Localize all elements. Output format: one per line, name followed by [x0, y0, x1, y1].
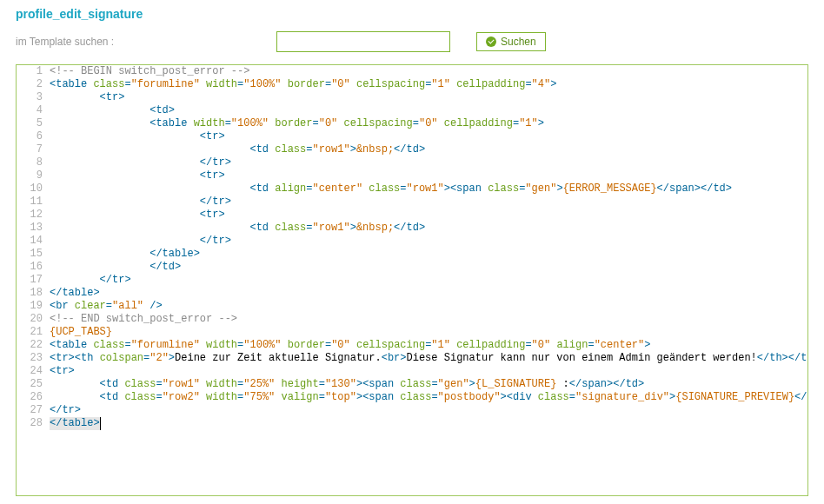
code-content[interactable]: </tr> [50, 196, 231, 209]
code-content[interactable]: {UCP_TABS} [50, 326, 112, 339]
line-number: 5 [17, 117, 50, 130]
code-content[interactable]: <td class="row2" width="75%" valign="top… [50, 391, 807, 404]
line-number: 6 [17, 130, 50, 143]
line-number: 25 [17, 378, 50, 391]
line-number: 2 [17, 78, 50, 91]
line-number: 7 [17, 143, 50, 156]
search-button[interactable]: Suchen [476, 32, 546, 51]
code-line[interactable]: 2<table class="forumline" width="100%" b… [17, 78, 807, 91]
code-content[interactable]: <table class="forumline" width="100%" bo… [50, 339, 650, 352]
code-content[interactable]: <tr><th colspan="2">Deine zur Zeit aktue… [50, 352, 807, 365]
line-number: 4 [17, 104, 50, 117]
line-number: 27 [17, 404, 50, 417]
code-content[interactable]: <table width="100%" border="0" cellspaci… [50, 117, 544, 130]
code-content[interactable]: <!-- BEGIN switch_post_error --> [50, 65, 249, 78]
code-content[interactable]: <br clear="all" /> [50, 300, 163, 313]
code-line[interactable]: 6 <tr> [17, 130, 807, 143]
code-content[interactable]: <table class="forumline" width="100%" bo… [50, 78, 556, 91]
line-number: 22 [17, 339, 50, 352]
check-icon [486, 36, 496, 47]
code-line[interactable]: 19<br clear="all" /> [17, 300, 807, 313]
code-line[interactable]: 21{UCP_TABS} [17, 326, 807, 339]
code-content[interactable]: <tr> [50, 91, 124, 104]
line-number: 16 [17, 261, 50, 274]
code-scroll[interactable]: 1<!-- BEGIN switch_post_error -->2<table… [17, 65, 807, 495]
line-number: 19 [17, 300, 50, 313]
code-content[interactable]: </tr> [50, 156, 231, 169]
code-line[interactable]: 27</tr> [17, 404, 807, 417]
line-number: 18 [17, 287, 50, 300]
line-number: 26 [17, 391, 50, 404]
code-line[interactable]: 18</table> [17, 287, 807, 300]
line-number: 17 [17, 274, 50, 287]
code-line[interactable]: 8 </tr> [17, 156, 807, 169]
code-content[interactable]: </table> [50, 248, 200, 261]
code-line[interactable]: 11 </tr> [17, 196, 807, 209]
code-line[interactable]: 13 <td class="row1">&nbsp;</td> [17, 222, 807, 235]
code-line[interactable]: 7 <td class="row1">&nbsp;</td> [17, 143, 807, 156]
code-line[interactable]: 22<table class="forumline" width="100%" … [17, 339, 807, 352]
line-number: 14 [17, 235, 50, 248]
line-number: 10 [17, 182, 50, 196]
line-number: 20 [17, 313, 50, 326]
code-content[interactable]: <td align="center" class="row1"><span cl… [50, 182, 732, 196]
code-line[interactable]: 20<!-- END switch_post_error --> [17, 313, 807, 326]
code-content[interactable]: </table> [50, 417, 100, 430]
line-number: 23 [17, 352, 50, 365]
code-line[interactable]: 23<tr><th colspan="2">Deine zur Zeit akt… [17, 352, 807, 365]
line-number: 24 [17, 365, 50, 378]
code-line[interactable]: 15 </table> [17, 248, 807, 261]
line-number: 15 [17, 248, 50, 261]
code-content[interactable]: <td class="row1">&nbsp;</td> [50, 222, 425, 235]
line-number: 3 [17, 91, 50, 104]
code-content[interactable]: </tr> [50, 404, 81, 417]
code-content[interactable]: <tr> [50, 130, 225, 143]
code-line[interactable]: 5 <table width="100%" border="0" cellspa… [17, 117, 807, 130]
code-line[interactable]: 17 </tr> [17, 274, 807, 287]
code-line[interactable]: 25 <td class="row1" width="25%" height="… [17, 378, 807, 391]
line-number: 1 [17, 65, 50, 78]
line-number: 11 [17, 196, 50, 209]
code-content[interactable]: <td class="row1">&nbsp;</td> [50, 143, 425, 156]
line-number: 21 [17, 326, 50, 339]
code-editor[interactable]: 1<!-- BEGIN switch_post_error -->2<table… [16, 64, 808, 496]
code-content[interactable]: <tr> [50, 169, 225, 182]
search-button-label: Suchen [501, 36, 536, 48]
code-content[interactable]: <tr> [50, 365, 75, 378]
line-number: 13 [17, 222, 50, 235]
code-line[interactable]: 28</table> [17, 417, 807, 430]
code-line[interactable]: 16 </td> [17, 261, 807, 274]
search-label: im Template suchen : [16, 36, 224, 48]
code-line[interactable]: 10 <td align="center" class="row1"><span… [17, 182, 807, 196]
code-content[interactable]: <!-- END switch_post_error --> [50, 313, 237, 326]
line-number: 12 [17, 209, 50, 222]
code-line[interactable]: 4 <td> [17, 104, 807, 117]
line-number: 8 [17, 156, 50, 169]
code-line[interactable]: 14 </tr> [17, 235, 807, 248]
code-line[interactable]: 9 <tr> [17, 169, 807, 182]
code-line[interactable]: 24<tr> [17, 365, 807, 378]
code-line[interactable]: 1<!-- BEGIN switch_post_error --> [17, 65, 807, 78]
line-number: 28 [17, 417, 50, 430]
search-row: im Template suchen : Suchen [0, 24, 824, 64]
code-content[interactable]: </table> [50, 287, 100, 300]
code-line[interactable]: 12 <tr> [17, 209, 807, 222]
code-content[interactable]: <td> [50, 104, 175, 117]
code-content[interactable]: </tr> [50, 274, 131, 287]
code-line[interactable]: 3 <tr> [17, 91, 807, 104]
search-input[interactable] [276, 31, 450, 52]
code-content[interactable]: <td class="row1" width="25%" height="130… [50, 378, 644, 391]
code-content[interactable]: </tr> [50, 235, 231, 248]
code-content[interactable]: </td> [50, 261, 181, 274]
code-line[interactable]: 26 <td class="row2" width="75%" valign="… [17, 391, 807, 404]
page-title: profile_edit_signature [0, 0, 824, 24]
line-number: 9 [17, 169, 50, 182]
code-content[interactable]: <tr> [50, 209, 225, 222]
